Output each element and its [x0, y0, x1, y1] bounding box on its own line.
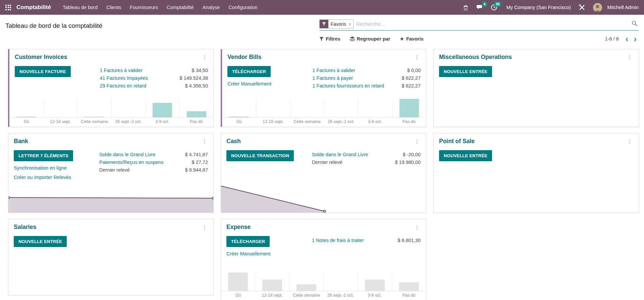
chart-bar[interactable] [228, 273, 248, 291]
dashboard-card-point_of_sale[interactable]: Point of Sale⋮NOUVELLE ENTRÉE [433, 133, 639, 213]
stat-label[interactable]: Solde dans le Grand Livre [312, 151, 368, 159]
dashboard-card-cash[interactable]: Cash⋮NOUVELLE TRANSACTIONSolde dans le G… [221, 133, 426, 213]
pager-previous-icon[interactable]: ‹ [624, 36, 631, 42]
card-link[interactable]: Créer ou Importer Relevés [14, 175, 71, 180]
stat-label[interactable]: 1 Factures à valider [100, 67, 142, 74]
chart-bar[interactable] [399, 282, 419, 291]
activities-clock-icon[interactable]: 36 [488, 2, 500, 12]
chart-bar[interactable] [365, 280, 385, 291]
dashboard-card-vendor_bills[interactable]: Vendor Bills⋮TÉLÉCHARGERCréer Manuelleme… [221, 49, 426, 127]
voip-phone-icon[interactable] [460, 2, 472, 12]
favorites-button[interactable]: ★ Favoris [399, 36, 423, 42]
stat-label[interactable]: Paiements/Reçus en suspens [99, 159, 164, 166]
card-title[interactable]: Miscellaneous Operations [439, 54, 512, 61]
card-link[interactable]: Créer Manuellement [226, 251, 270, 256]
messages-icon[interactable]: 4 [474, 2, 486, 12]
search-input[interactable] [356, 21, 630, 27]
menu-item-analyse[interactable]: Analyse [198, 0, 224, 15]
kebab-menu-icon[interactable]: ⋮ [413, 138, 421, 144]
stat-label[interactable]: 1 Factures fournisseurs en retard [312, 82, 384, 90]
dashboard-card-bank[interactable]: Bank⋮LETTRER 7 ÉLÉMENTSSynchronisation e… [8, 133, 214, 213]
card-title[interactable]: Salaries [14, 224, 36, 231]
menu-item-tableau-de-bord[interactable]: Tableau de bord [58, 0, 102, 15]
stat-label[interactable]: 1 Notes de frais à traiter [312, 237, 364, 244]
chart-bar[interactable] [153, 103, 172, 117]
customer_invoices-primary-button[interactable]: NOUVELLE FACTURE [15, 66, 71, 77]
point_of_sale-primary-button[interactable]: NOUVELLE ENTRÉE [439, 150, 492, 161]
salaries-primary-button[interactable]: NOUVELLE ENTRÉE [14, 236, 67, 247]
card-title[interactable]: Vendor Bills [227, 54, 261, 61]
stat-label: Dernier relevé [99, 166, 130, 174]
card-header: Salaries⋮ [8, 219, 213, 233]
chart-bar[interactable] [187, 111, 206, 117]
top-navbar: Comptabilité Tableau de bordClientsFourn… [0, 0, 644, 15]
chart-slot [77, 99, 112, 117]
card-title[interactable]: Expense [226, 224, 251, 231]
chart-axis-labels: Dû12-18 sept.Cette semaine26 sept.-2 oct… [9, 118, 213, 127]
stat-row: 29 Factures en retard$ 4.358,50 [100, 82, 208, 90]
kebab-menu-icon[interactable]: ⋮ [413, 54, 421, 60]
menu-item-comptabilit-[interactable]: Comptabilité [162, 0, 198, 15]
stat-label[interactable]: 1 Factures à payer [312, 74, 353, 82]
apps-grid-icon[interactable] [5, 5, 11, 10]
kebab-menu-icon[interactable]: ⋮ [626, 54, 634, 60]
kebab-menu-icon[interactable]: ⋮ [201, 54, 209, 60]
card-stats: Solde dans le Grand Livre$ -20,00Dernier… [312, 150, 421, 166]
card-link[interactable]: Créer Manuellement [227, 81, 271, 86]
menu-item-configuration[interactable]: Configuration [224, 0, 262, 15]
cash-primary-button[interactable]: NOUVELLE TRANSACTION [226, 150, 294, 161]
kebab-menu-icon[interactable]: ⋮ [201, 224, 209, 230]
chart-slot [289, 273, 324, 291]
dashboard-card-customer_invoices[interactable]: Customer Invoices⋮NOUVELLE FACTURE1 Fact… [8, 49, 214, 127]
chart-bar[interactable] [399, 99, 419, 117]
card-title[interactable]: Bank [14, 138, 28, 145]
user-name[interactable]: Mitchell Admin [607, 5, 639, 10]
current-app-name[interactable]: Comptabilité [16, 4, 51, 11]
card-link[interactable]: Synchronisation en ligne [14, 165, 67, 171]
card-title[interactable]: Cash [226, 138, 241, 145]
pager-next-icon[interactable]: › [632, 36, 639, 42]
miscellaneous_operations-primary-button[interactable]: NOUVELLE ENTRÉE [439, 66, 492, 77]
company-switcher[interactable]: My Company (San Francisco) [502, 5, 575, 10]
kebab-menu-icon[interactable]: ⋮ [626, 138, 634, 144]
group-by-button[interactable]: Regrouper par [350, 36, 390, 42]
kebab-menu-icon[interactable]: ⋮ [413, 224, 421, 230]
chart-bar[interactable] [16, 117, 36, 117]
search-icon[interactable] [630, 20, 639, 27]
card-actions: NOUVELLE ENTRÉE [439, 66, 525, 77]
dashboard-card-expense[interactable]: Expense⋮TÉLÉCHARGERCréer Manuellement1 N… [221, 219, 426, 300]
vendor_bills-primary-button[interactable]: TÉLÉCHARGER [227, 66, 271, 77]
stat-label[interactable]: 29 Factures en retard [100, 82, 146, 90]
menu-item-fournisseurs[interactable]: Fournisseurs [125, 0, 162, 15]
chart-bar[interactable] [297, 284, 316, 291]
card-header: Expense⋮ [221, 219, 426, 233]
messages-badge: 4 [482, 2, 487, 7]
chart-slot [255, 273, 289, 291]
card-title[interactable]: Customer Invoices [15, 54, 67, 61]
chart-axis-label: 26 sept.-2 oct. [323, 293, 358, 298]
developer-tools-icon[interactable] [578, 2, 586, 12]
bank-primary-button[interactable]: LETTRER 7 ÉLÉMENTS [14, 150, 73, 161]
facet-remove-icon[interactable]: x [348, 20, 353, 28]
stat-label[interactable]: Solde dans le Grand Livre [99, 151, 156, 159]
dashboard-card-salaries[interactable]: Salaries⋮NOUVELLE ENTRÉE [8, 219, 214, 295]
chart-axis-label: Pas dû [392, 293, 426, 298]
card-title[interactable]: Point of Sale [439, 138, 475, 145]
kebab-menu-icon[interactable]: ⋮ [201, 138, 209, 144]
facet-label: Favoris [328, 20, 348, 28]
filters-button[interactable]: Filtres [319, 36, 340, 42]
chart-axis-label: 12-18 sept. [255, 293, 289, 298]
chart-slot [358, 273, 392, 291]
chart-bar[interactable] [262, 280, 282, 291]
chart-axis-label: Cette semaine [290, 119, 324, 124]
user-avatar[interactable] [593, 3, 602, 12]
dashboard-card-miscellaneous_operations[interactable]: Miscellaneous Operations⋮NOUVELLE ENTRÉE [433, 49, 639, 127]
menu-item-clients[interactable]: Clients [102, 0, 125, 15]
stat-label[interactable]: 1 Factures à valider [312, 67, 355, 74]
expense-primary-button[interactable]: TÉLÉCHARGER [226, 236, 270, 247]
stat-label: Dernier relevé [312, 159, 342, 166]
stat-label[interactable]: 41 Factures Impayées [100, 74, 148, 82]
chart-axis-label: 26 sept.-2 oct. [324, 119, 358, 124]
chart-bar[interactable] [85, 117, 104, 117]
chart-bar[interactable] [229, 117, 249, 117]
